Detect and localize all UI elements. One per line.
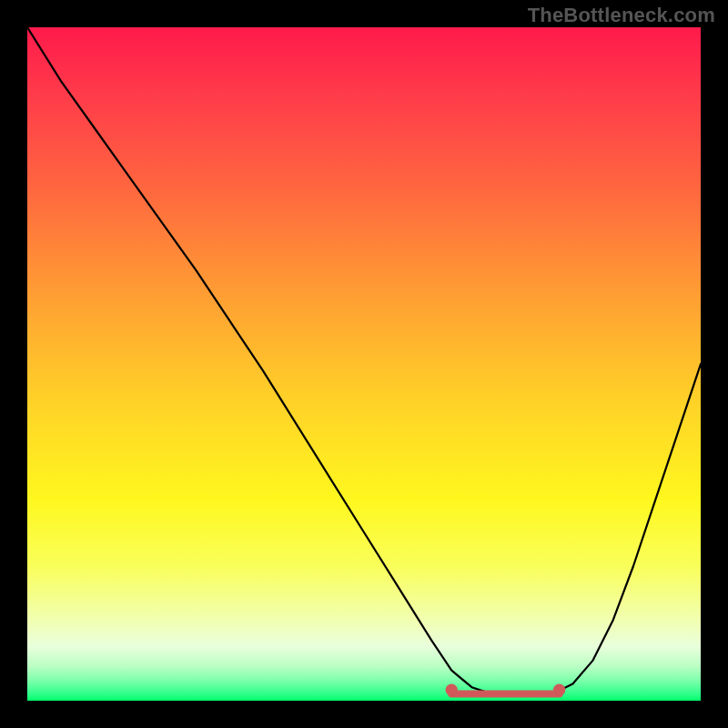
plot-area xyxy=(27,27,701,701)
bottleneck-curve xyxy=(27,27,701,694)
curve-layer xyxy=(27,27,701,701)
optimal-range-start-dot xyxy=(446,684,458,696)
watermark-text: TheBottleneck.com xyxy=(528,4,715,27)
optimal-range-end-dot xyxy=(553,684,565,696)
